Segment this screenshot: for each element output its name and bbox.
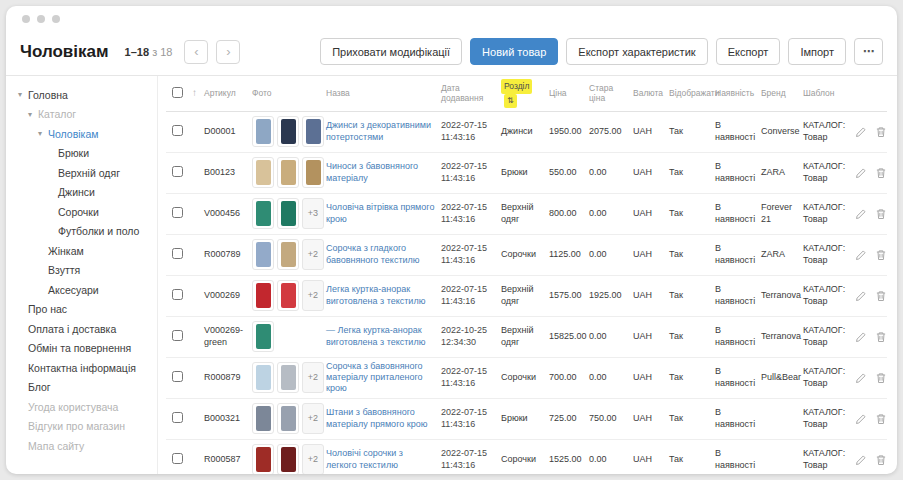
- edit-icon[interactable]: [855, 331, 867, 343]
- trash-icon[interactable]: [875, 454, 887, 466]
- sidebar-item[interactable]: Оплата і доставка: [6, 319, 157, 339]
- trash-icon[interactable]: [875, 413, 887, 425]
- product-photo[interactable]: [277, 403, 299, 434]
- product-photo[interactable]: [277, 157, 299, 188]
- sidebar-item[interactable]: Мапа сайту: [6, 436, 157, 456]
- trash-icon[interactable]: [875, 167, 887, 179]
- table-row[interactable]: V000269+2Легка куртка-анорак виготовлена…: [166, 276, 887, 317]
- sidebar-item[interactable]: Футболки и поло: [6, 222, 157, 242]
- trash-icon[interactable]: [875, 249, 887, 261]
- sidebar-item[interactable]: Контактна інформація: [6, 358, 157, 378]
- edit-icon[interactable]: [855, 126, 867, 138]
- edit-icon[interactable]: [855, 413, 867, 425]
- product-photo[interactable]: [277, 280, 299, 311]
- pagination-next-button[interactable]: ›: [216, 40, 240, 64]
- column-header-price[interactable]: Ціна: [549, 85, 589, 102]
- sidebar-item[interactable]: Жінкам: [6, 241, 157, 261]
- table-row[interactable]: V000456+3Чоловіча вітрівка прямого крою2…: [166, 194, 887, 235]
- column-header-template[interactable]: Шаблон: [803, 85, 855, 102]
- table-row[interactable]: R000587+2Чоловічі сорочки з легкого текс…: [166, 440, 887, 474]
- row-checkbox[interactable]: [172, 330, 183, 341]
- table-row[interactable]: D00001Джинси з декоративними потертостям…: [166, 112, 887, 153]
- sidebar-item[interactable]: Блог: [6, 378, 157, 398]
- product-photo[interactable]: [252, 116, 274, 147]
- sidebar-item[interactable]: ▾Каталог: [6, 105, 157, 125]
- column-header-photo[interactable]: Фото: [252, 85, 326, 102]
- sidebar-item[interactable]: Взуття: [6, 261, 157, 281]
- product-photo[interactable]: [252, 444, 274, 474]
- more-photos-badge[interactable]: +2: [302, 280, 324, 311]
- window-maximize-icon[interactable]: [52, 15, 60, 23]
- trash-icon[interactable]: [875, 290, 887, 302]
- product-name-link[interactable]: Легка куртка-анорак виготовлена з тексти…: [326, 284, 425, 305]
- column-header-sku[interactable]: Артикул: [204, 85, 252, 102]
- product-photo[interactable]: [252, 157, 274, 188]
- sort-direction-icon[interactable]: ↑: [192, 84, 204, 103]
- edit-icon[interactable]: [855, 167, 867, 179]
- product-photo[interactable]: [252, 280, 274, 311]
- table-row[interactable]: R000879+2Сорочка з бавовняного матеріалу…: [166, 358, 887, 399]
- edit-icon[interactable]: [855, 208, 867, 220]
- product-photo[interactable]: [277, 116, 299, 147]
- product-photo[interactable]: [302, 157, 324, 188]
- column-header-currency[interactable]: Валюта: [633, 85, 669, 102]
- row-checkbox[interactable]: [172, 125, 183, 136]
- product-photo[interactable]: [252, 239, 274, 270]
- trash-icon[interactable]: [875, 372, 887, 384]
- table-row[interactable]: V000269-green— Легка куртка-анорак вигот…: [166, 317, 887, 358]
- column-header-stock[interactable]: Наявність: [715, 85, 761, 102]
- select-all-checkbox[interactable]: [172, 87, 183, 98]
- column-header-visible[interactable]: Відображати: [669, 85, 715, 102]
- product-name-link[interactable]: Чоловіча вітрівка прямого крою: [326, 202, 434, 223]
- product-photo[interactable]: [277, 444, 299, 474]
- window-close-icon[interactable]: [22, 15, 30, 23]
- product-photo[interactable]: [252, 198, 274, 229]
- more-photos-badge[interactable]: +2: [302, 362, 324, 393]
- more-photos-badge[interactable]: +2: [302, 403, 324, 434]
- sidebar-item[interactable]: ▾Чоловікам: [6, 124, 157, 144]
- row-checkbox[interactable]: [172, 166, 183, 177]
- export-button[interactable]: Експорт: [716, 38, 781, 65]
- new-product-button[interactable]: Новий товар: [470, 38, 558, 65]
- product-name-link[interactable]: Чоловічі сорочки з легкого текстилю: [326, 448, 403, 469]
- sidebar-item[interactable]: Угода користувача: [6, 397, 157, 417]
- export-characteristics-button[interactable]: Експорт характеристик: [566, 38, 707, 65]
- sidebar-item[interactable]: Джинси: [6, 183, 157, 203]
- window-minimize-icon[interactable]: [37, 15, 45, 23]
- trash-icon[interactable]: [875, 126, 887, 138]
- sidebar-item[interactable]: Відгуки про магазин: [6, 417, 157, 437]
- column-header-old_price[interactable]: Стара ціна: [589, 80, 633, 107]
- sidebar-item[interactable]: Верхній одяг: [6, 163, 157, 183]
- product-photo[interactable]: [252, 362, 274, 393]
- edit-icon[interactable]: [855, 249, 867, 261]
- row-checkbox[interactable]: [172, 289, 183, 300]
- more-photos-badge[interactable]: +2: [302, 444, 324, 474]
- product-name-link[interactable]: Сорочка з бавовняного матеріалу притален…: [326, 361, 423, 394]
- column-header-date[interactable]: Дата додавання: [441, 80, 501, 107]
- edit-icon[interactable]: [855, 454, 867, 466]
- product-name-link[interactable]: Чиноси з бавовняного матеріалу: [326, 161, 418, 182]
- row-checkbox[interactable]: [172, 207, 183, 218]
- sort-toggle-icon[interactable]: ⇅: [504, 94, 517, 108]
- hide-modifications-button[interactable]: Приховати модифікації: [320, 38, 462, 65]
- row-checkbox[interactable]: [172, 412, 183, 423]
- sidebar-item[interactable]: ▾Головна: [6, 85, 157, 105]
- sidebar-item[interactable]: Аксесуари: [6, 280, 157, 300]
- table-row[interactable]: B00123Чиноси з бавовняного матеріалу2022…: [166, 153, 887, 194]
- row-checkbox[interactable]: [172, 248, 183, 259]
- product-photo[interactable]: [277, 362, 299, 393]
- trash-icon[interactable]: [875, 208, 887, 220]
- product-photo[interactable]: [277, 198, 299, 229]
- product-photo[interactable]: [252, 321, 274, 352]
- pagination-prev-button[interactable]: ‹: [184, 40, 208, 64]
- edit-icon[interactable]: [855, 290, 867, 302]
- import-button[interactable]: Імпорт: [788, 38, 846, 65]
- row-checkbox[interactable]: [172, 453, 183, 464]
- product-photo[interactable]: [252, 403, 274, 434]
- product-name-link[interactable]: Сорочка з гладкого бавовняного текстилю: [326, 243, 420, 264]
- row-checkbox[interactable]: [172, 371, 183, 382]
- sidebar-item[interactable]: Брюки: [6, 144, 157, 164]
- more-photos-badge[interactable]: +2: [302, 239, 324, 270]
- sidebar-item[interactable]: Про нас: [6, 300, 157, 320]
- trash-icon[interactable]: [875, 331, 887, 343]
